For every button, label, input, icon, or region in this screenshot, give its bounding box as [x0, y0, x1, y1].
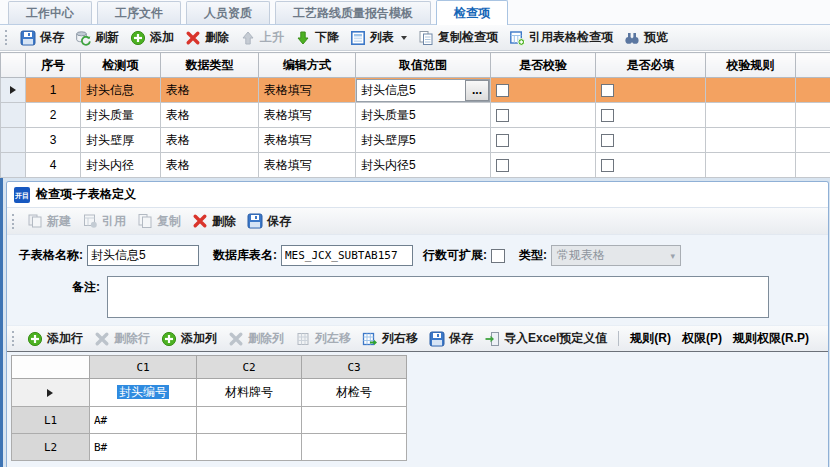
- cell-data-type[interactable]: 表格: [161, 153, 259, 178]
- cell-value-range[interactable]: 封头信息5 ...: [356, 78, 491, 103]
- cell-data-type[interactable]: 表格: [161, 78, 259, 103]
- verify-checkbox[interactable]: [496, 134, 509, 147]
- cell-verify-rule[interactable]: [706, 153, 796, 178]
- subgrid-field-cell[interactable]: 材料牌号: [197, 379, 302, 407]
- cell-verify[interactable]: [491, 153, 596, 178]
- copy-check-item-button[interactable]: 复制检查项: [413, 27, 503, 48]
- refresh-button[interactable]: 刷新: [70, 27, 124, 48]
- cell-verify-rule[interactable]: [706, 78, 796, 103]
- subgrid-field-cell[interactable]: 材检号: [302, 379, 407, 407]
- cell-verify[interactable]: [491, 103, 596, 128]
- header-edit-mode[interactable]: 编辑方式: [259, 53, 356, 78]
- verify-checkbox[interactable]: [496, 159, 509, 172]
- required-checkbox[interactable]: [601, 109, 614, 122]
- cell-edit-mode[interactable]: 表格填写: [259, 103, 356, 128]
- subgrid-cell[interactable]: [302, 434, 407, 461]
- subgrid-row-label[interactable]: L2: [12, 434, 90, 461]
- subgrid-field-row[interactable]: 封头编号 材料牌号 材检号: [12, 379, 407, 407]
- tab-work-center[interactable]: 工作中心: [8, 1, 92, 24]
- cell-verify-rule[interactable]: [706, 128, 796, 153]
- header-seq[interactable]: 序号: [26, 53, 81, 78]
- cell-seq[interactable]: 4: [26, 153, 81, 178]
- value-range-editor[interactable]: 封头信息5 ...: [356, 79, 490, 102]
- row-selector[interactable]: [1, 103, 26, 128]
- subgrid-cell[interactable]: B#: [90, 434, 197, 461]
- cell-required[interactable]: [596, 103, 706, 128]
- selected-field-text[interactable]: 封头编号: [117, 385, 169, 399]
- required-checkbox[interactable]: [601, 159, 614, 172]
- move-down-button[interactable]: 下降: [290, 27, 344, 48]
- import-excel-button[interactable]: 导入Excel预定义值: [479, 328, 612, 349]
- subgrid-cell[interactable]: [197, 407, 302, 434]
- save-button[interactable]: 保存: [15, 27, 69, 48]
- cell-value-range[interactable]: 封头质量5: [356, 103, 491, 128]
- cell-seq[interactable]: 2: [26, 103, 81, 128]
- cell-edit-mode[interactable]: 表格填写: [259, 128, 356, 153]
- ref-table-check-item-button[interactable]: 引用表格检查项: [504, 27, 618, 48]
- row-selector[interactable]: [1, 78, 26, 103]
- table-row[interactable]: 1 封头信息 表格 表格填写 封头信息5 ...: [1, 78, 830, 103]
- add-button[interactable]: 添加: [125, 27, 179, 48]
- rule-perms-button[interactable]: 规则权限(R.P): [728, 328, 814, 349]
- row-selector[interactable]: [1, 128, 26, 153]
- header-verify-rule[interactable]: 校验规则: [706, 53, 796, 78]
- header-required[interactable]: 是否必填: [596, 53, 706, 78]
- rules-button[interactable]: 规则(R): [625, 328, 676, 349]
- subgrid-row-label[interactable]: L1: [12, 407, 90, 434]
- cell-data-type[interactable]: 表格: [161, 128, 259, 153]
- required-checkbox[interactable]: [601, 84, 614, 97]
- cell-data-type[interactable]: 表格: [161, 103, 259, 128]
- db-table-name-input[interactable]: [281, 245, 413, 266]
- header-check-item[interactable]: 检测项: [81, 53, 161, 78]
- subtable-name-input[interactable]: [87, 245, 199, 266]
- col-right-button[interactable]: 列右移: [357, 328, 423, 349]
- verify-checkbox[interactable]: [496, 109, 509, 122]
- cell-seq[interactable]: 1: [26, 78, 81, 103]
- header-value-range[interactable]: 取值范围: [356, 53, 491, 78]
- cell-check-item[interactable]: 封头壁厚: [81, 128, 161, 153]
- add-col-button[interactable]: 添加列: [156, 328, 222, 349]
- subgrid-cell[interactable]: [302, 407, 407, 434]
- cell-value-range[interactable]: 封头壁厚5: [356, 128, 491, 153]
- delete-button[interactable]: 删除: [180, 27, 234, 48]
- subgrid-header-c2[interactable]: C2: [197, 356, 302, 379]
- subgrid-field-cell[interactable]: 封头编号: [90, 379, 197, 407]
- subgrid-header-c3[interactable]: C3: [302, 356, 407, 379]
- add-row-button[interactable]: 添加行: [22, 328, 88, 349]
- cell-required[interactable]: [596, 78, 706, 103]
- table-row[interactable]: 4 封头内径 表格 表格填写 封头内径5: [1, 153, 830, 178]
- tab-personnel-qualification[interactable]: 人员资质: [186, 1, 270, 24]
- subgrid-cell[interactable]: A#: [90, 407, 197, 434]
- cell-required[interactable]: [596, 128, 706, 153]
- cell-verify[interactable]: [491, 78, 596, 103]
- header-verify[interactable]: 是否校验: [491, 53, 596, 78]
- cell-check-item[interactable]: 封头质量: [81, 103, 161, 128]
- cell-edit-mode[interactable]: 表格填写: [259, 78, 356, 103]
- subgrid-data-row[interactable]: L2 B#: [12, 434, 407, 461]
- subgrid-save-button[interactable]: 保存: [424, 328, 478, 349]
- tab-process-file[interactable]: 工序文件: [97, 1, 181, 24]
- row-selector[interactable]: [1, 153, 26, 178]
- header-data-type[interactable]: 数据类型: [161, 53, 259, 78]
- subpanel-save-button[interactable]: 保存: [242, 211, 296, 232]
- cell-check-item[interactable]: 封头内径: [81, 153, 161, 178]
- required-checkbox[interactable]: [601, 134, 614, 147]
- cell-value-range[interactable]: 封头内径5: [356, 153, 491, 178]
- cell-required[interactable]: [596, 153, 706, 178]
- list-button[interactable]: 列表: [345, 27, 412, 48]
- table-row[interactable]: 3 封头壁厚 表格 表格填写 封头壁厚5: [1, 128, 830, 153]
- table-row[interactable]: 2 封头质量 表格 表格填写 封头质量5: [1, 103, 830, 128]
- preview-button[interactable]: 预览: [619, 27, 673, 48]
- cell-verify-rule[interactable]: [706, 103, 796, 128]
- subgrid-cell[interactable]: [197, 434, 302, 461]
- subpanel-delete-button[interactable]: 删除: [187, 211, 241, 232]
- subgrid-header-c1[interactable]: C1: [90, 356, 197, 379]
- tab-route-quality-report-template[interactable]: 工艺路线质量报告模板: [275, 1, 431, 24]
- row-expandable-checkbox[interactable]: [491, 249, 505, 263]
- dock-splitter[interactable]: [0, 178, 3, 467]
- remark-textarea[interactable]: [107, 276, 769, 318]
- cell-verify[interactable]: [491, 128, 596, 153]
- subgrid-row-selector[interactable]: [12, 379, 90, 407]
- value-range-ellipsis-button[interactable]: ...: [465, 80, 489, 101]
- cell-check-item[interactable]: 封头信息: [81, 78, 161, 103]
